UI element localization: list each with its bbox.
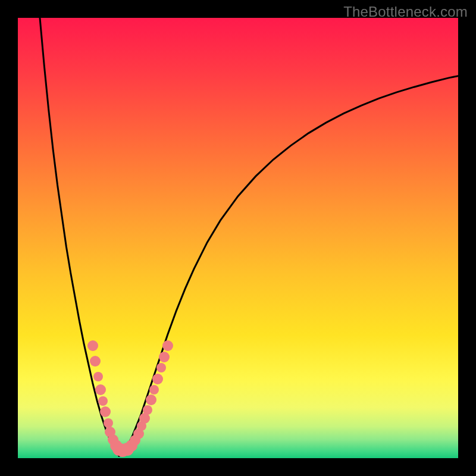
highlight-dot: [87, 340, 98, 351]
highlight-dot: [149, 385, 159, 394]
highlight-dot: [146, 394, 156, 405]
highlight-dot: [139, 413, 150, 424]
highlight-dot: [156, 363, 166, 372]
curve-left-branch: [40, 18, 119, 456]
chart-frame: TheBottleneck.com: [0, 0, 476, 476]
curve-right-branch: [119, 76, 458, 456]
plot-area: [18, 18, 458, 458]
highlight-dot: [100, 406, 111, 417]
highlight-dot: [162, 340, 173, 351]
highlight-dot: [98, 396, 108, 406]
highlight-dot: [90, 356, 101, 367]
highlight-dot: [143, 405, 152, 415]
bottleneck-curve: [18, 18, 458, 458]
highlight-dot: [95, 384, 106, 395]
highlight-dot: [93, 372, 103, 381]
highlight-dot: [159, 352, 170, 362]
highlight-dot: [152, 374, 163, 384]
